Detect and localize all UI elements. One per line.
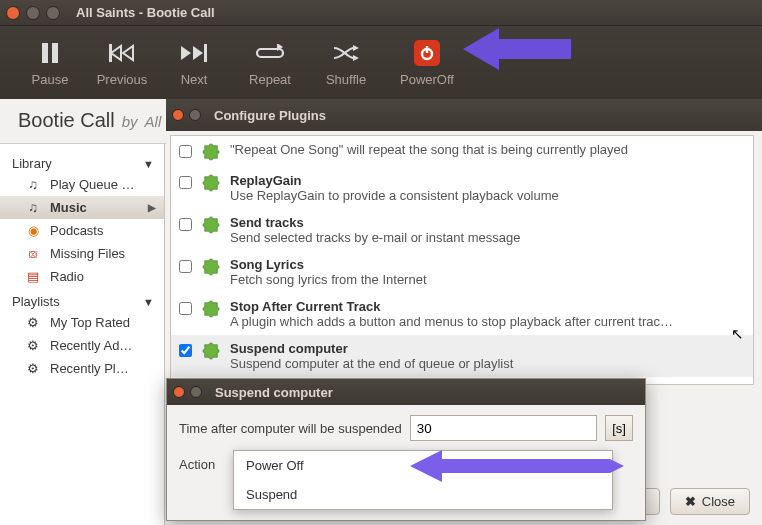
plugin-name: Suspend computer — [230, 341, 513, 356]
collapse-icon: ▼ — [143, 158, 154, 170]
rss-icon: ◉ — [24, 223, 42, 238]
sidebar-item-label: Recently Pl… — [50, 361, 129, 376]
dialog-min-icon[interactable] — [190, 386, 202, 398]
shuffle-button[interactable]: Shuffle — [310, 26, 382, 99]
suspend-dialog-titlebar: Suspend computer — [167, 379, 645, 405]
plugin-row[interactable]: Send tracksSend selected tracks by e-mai… — [171, 209, 753, 251]
shuffle-icon — [333, 38, 359, 68]
gear-icon: ⚙ — [24, 361, 42, 376]
suspend-time-input[interactable] — [410, 415, 597, 441]
seconds-unit-button[interactable]: [s] — [605, 415, 633, 441]
plugin-checkbox[interactable] — [179, 145, 192, 158]
plugin-row[interactable]: ReplayGainUse ReplayGain to provide a co… — [171, 167, 753, 209]
plugin-desc: A plugin which adds a button and menus t… — [230, 314, 673, 329]
action-option-suspend[interactable]: Suspend — [234, 480, 612, 509]
action-label: Action — [179, 457, 215, 472]
svg-marker-6 — [193, 46, 203, 60]
poweroff-label: PowerOff — [400, 72, 454, 87]
svg-marker-3 — [111, 46, 121, 60]
window-title: All Saints - Bootie Call — [76, 5, 215, 20]
sidebar-item-toprated[interactable]: ⚙ My Top Rated — [0, 311, 164, 334]
pause-icon — [39, 38, 61, 68]
plugin-desc: Use ReplayGain to provide a consistent p… — [230, 188, 559, 203]
plugin-desc: Fetch song lyrics from the Internet — [230, 272, 427, 287]
repeat-button[interactable]: Repeat — [230, 26, 310, 99]
close-button[interactable]: ✖ Close — [670, 488, 750, 515]
plugin-name: ReplayGain — [230, 173, 559, 188]
plugin-row[interactable]: "Repeat One Song" will repeat the song t… — [171, 136, 753, 167]
plugin-desc: Suspend computer at the end of queue or … — [230, 356, 513, 371]
plugin-checkbox[interactable] — [179, 218, 192, 231]
puzzle-icon — [202, 174, 220, 192]
gear-icon: ⚙ — [24, 315, 42, 330]
seconds-unit-label: [s] — [612, 421, 626, 436]
time-label: Time after computer will be suspended — [179, 421, 402, 436]
window-max-icon[interactable] — [46, 6, 60, 20]
sidebar: Library ▼ ♫ Play Queue … ♫ Music ▶ ◉ Pod… — [0, 144, 165, 525]
sidebar-item-podcasts[interactable]: ◉ Podcasts — [0, 219, 164, 242]
puzzle-icon — [202, 258, 220, 276]
pause-label: Pause — [32, 72, 69, 87]
plugin-row-selected[interactable]: Suspend computerSuspend computer at the … — [171, 335, 753, 377]
plugin-row[interactable]: Song LyricsFetch song lyrics from the In… — [171, 251, 753, 293]
playlists-header[interactable]: Playlists ▼ — [0, 288, 164, 311]
plugin-checkbox[interactable] — [179, 302, 192, 315]
plugins-dialog-titlebar: Configure Plugins — [166, 99, 762, 131]
suspend-computer-dialog: Suspend computer Time after computer wil… — [166, 378, 646, 521]
window-min-icon[interactable] — [26, 6, 40, 20]
sidebar-item-label: Music — [50, 200, 87, 215]
collapse-icon: ▼ — [143, 296, 154, 308]
music-note-icon: ♫ — [24, 200, 42, 215]
next-button[interactable]: Next — [158, 26, 230, 99]
action-option-poweroff[interactable]: Power Off — [234, 451, 612, 480]
next-label: Next — [181, 72, 208, 87]
plugin-checkbox[interactable] — [179, 176, 192, 189]
sidebar-item-label: Missing Files — [50, 246, 125, 261]
gear-icon: ⚙ — [24, 338, 42, 353]
shuffle-label: Shuffle — [326, 72, 366, 87]
dialog-close-icon[interactable] — [173, 386, 185, 398]
svg-marker-4 — [123, 46, 133, 60]
sidebar-item-radio[interactable]: ▤ Radio — [0, 265, 164, 288]
plugin-list[interactable]: "Repeat One Song" will repeat the song t… — [170, 135, 754, 385]
time-field-row: Time after computer will be suspended [s… — [179, 415, 633, 441]
playlists-header-label: Playlists — [12, 294, 60, 309]
dialog-close-icon[interactable] — [172, 109, 184, 121]
sidebar-item-label: Recently Ad… — [50, 338, 132, 353]
svg-marker-5 — [181, 46, 191, 60]
track-title: Bootie Call — [18, 109, 115, 132]
sidebar-item-label: My Top Rated — [50, 315, 130, 330]
close-icon: ✖ — [685, 494, 696, 509]
plugin-desc: Send selected tracks by e-mail or instan… — [230, 230, 520, 245]
sidebar-item-recentlyplayed[interactable]: ⚙ Recently Pl… — [0, 357, 164, 380]
puzzle-icon — [202, 300, 220, 318]
svg-rect-1 — [52, 43, 58, 63]
plugin-checkbox[interactable] — [179, 344, 192, 357]
library-header[interactable]: Library ▼ — [0, 150, 164, 173]
sidebar-item-label: Radio — [50, 269, 84, 284]
plugin-name: Song Lyrics — [230, 257, 427, 272]
skip-previous-icon — [109, 38, 135, 68]
poweroff-button[interactable]: PowerOff — [382, 26, 472, 99]
sidebar-item-missing[interactable]: ⦻ Missing Files — [0, 242, 164, 265]
svg-rect-0 — [42, 43, 48, 63]
alert-icon: ⦻ — [24, 246, 42, 261]
puzzle-icon — [202, 143, 220, 161]
sidebar-item-label: Podcasts — [50, 223, 103, 238]
library-header-label: Library — [12, 156, 52, 171]
window-close-icon[interactable] — [6, 6, 20, 20]
previous-button[interactable]: Previous — [86, 26, 158, 99]
puzzle-icon — [202, 216, 220, 234]
plugins-dialog-title: Configure Plugins — [214, 108, 326, 123]
radio-icon: ▤ — [24, 269, 42, 284]
sidebar-item-recentlyadded[interactable]: ⚙ Recently Ad… — [0, 334, 164, 357]
dialog-min-icon[interactable] — [189, 109, 201, 121]
sidebar-item-label: Play Queue … — [50, 177, 135, 192]
plugin-checkbox[interactable] — [179, 260, 192, 273]
sidebar-item-playqueue[interactable]: ♫ Play Queue … — [0, 173, 164, 196]
pause-button[interactable]: Pause — [14, 26, 86, 99]
sidebar-item-music[interactable]: ♫ Music ▶ — [0, 196, 164, 219]
svg-rect-7 — [204, 44, 207, 62]
plugin-row[interactable]: Stop After Current TrackA plugin which a… — [171, 293, 753, 335]
main-window-titlebar: All Saints - Bootie Call — [0, 0, 762, 26]
